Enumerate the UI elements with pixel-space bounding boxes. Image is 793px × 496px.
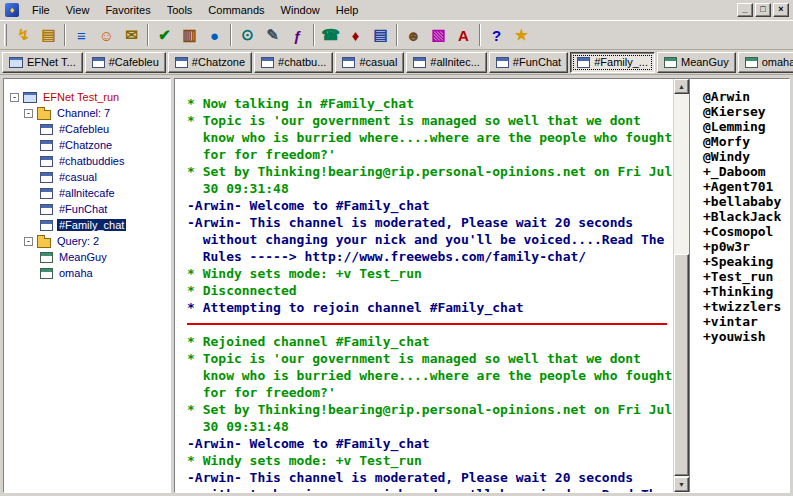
query-button[interactable]: ☺ bbox=[94, 23, 119, 47]
chat-line: without changing your nick and you'll be… bbox=[187, 231, 673, 248]
nicklist-item[interactable]: +youwish bbox=[703, 329, 787, 344]
scrollbar-thumb[interactable] bbox=[674, 254, 689, 476]
scroll-up-button[interactable]: ▲ bbox=[674, 79, 689, 94]
help-button[interactable]: ? bbox=[484, 23, 509, 47]
mirc-website-icon: ★ bbox=[515, 26, 528, 44]
remote-icon: ☎ bbox=[321, 26, 340, 44]
toolbar-separator bbox=[230, 24, 232, 46]
chat-line: know who is burried where....where are t… bbox=[187, 129, 673, 146]
toolbar: ↯▤≡☺✉✔▥●⊙✎ƒ☎♦▤☻▧A?★ bbox=[0, 20, 793, 50]
nicklist-item[interactable]: +Speaking bbox=[703, 254, 787, 269]
query-icon bbox=[40, 268, 53, 279]
font-button[interactable]: A bbox=[451, 23, 476, 47]
scroll-down-button[interactable]: ▼ bbox=[674, 477, 689, 492]
menu-item-file[interactable]: File bbox=[24, 2, 58, 19]
nicklist-item[interactable]: +Test_run bbox=[703, 269, 787, 284]
tree-group-query-2[interactable]: -Query: 2 bbox=[8, 233, 168, 249]
nicklist-item[interactable]: @Windy bbox=[703, 149, 787, 164]
aliases-button[interactable]: ♦ bbox=[343, 23, 368, 47]
channel-icon bbox=[92, 57, 105, 68]
switchbar-button-allnitec[interactable]: #allnitec... bbox=[406, 52, 487, 73]
toolbar-grip[interactable] bbox=[4, 24, 7, 46]
tree-item-casual[interactable]: #casual bbox=[8, 169, 168, 185]
scrollbar-track[interactable] bbox=[674, 94, 689, 477]
collapse-icon[interactable]: - bbox=[10, 93, 19, 102]
switchbar-label: #Family_... bbox=[594, 56, 648, 68]
address-book-button[interactable]: ▥ bbox=[177, 23, 202, 47]
tree-item-cafebleu[interactable]: #Cafebleu bbox=[8, 121, 168, 137]
menu-bar: ♦ FileViewFavoritesToolsCommandsWindowHe… bbox=[0, 0, 793, 20]
tree-item-chatzone[interactable]: #Chatzone bbox=[8, 137, 168, 153]
switchbar-button-chatzone[interactable]: #Chatzone bbox=[168, 52, 252, 73]
users-list-button[interactable]: ☻ bbox=[401, 23, 426, 47]
popups-button[interactable]: ▤ bbox=[368, 23, 393, 47]
nicklist-item[interactable]: +Agent701 bbox=[703, 179, 787, 194]
switchbar-button-efnet-t[interactable]: EFNet T... bbox=[2, 52, 83, 73]
switchbar-button-meanguy[interactable]: MeanGuy bbox=[657, 52, 736, 73]
variables-button[interactable]: ƒ bbox=[285, 23, 310, 47]
collapse-icon[interactable]: - bbox=[24, 237, 33, 246]
options-button[interactable]: ▤ bbox=[36, 23, 61, 47]
chat-messages: * Now talking in #Family_chat* Topic is … bbox=[175, 79, 673, 492]
nicklist-item[interactable]: @Kiersey bbox=[703, 104, 787, 119]
menu-item-view[interactable]: View bbox=[58, 2, 98, 19]
nicklist-item[interactable]: +vintar bbox=[703, 314, 787, 329]
tree-item-funchat[interactable]: #FunChat bbox=[8, 201, 168, 217]
restore-button[interactable]: □ bbox=[755, 3, 771, 17]
nicklist-item[interactable]: +bellababy bbox=[703, 194, 787, 209]
switchbar-button-casual[interactable]: #casual bbox=[335, 52, 404, 73]
tree-group-channel-7[interactable]: -Channel: 7 bbox=[8, 105, 168, 121]
remote-button[interactable]: ☎ bbox=[318, 23, 343, 47]
main-content: -EFNet Test_run-Channel: 7#Cafebleu#Chat… bbox=[0, 75, 793, 496]
nicklist-item[interactable]: +BlackJack bbox=[703, 209, 787, 224]
menu-item-window[interactable]: Window bbox=[273, 2, 328, 19]
colors-button[interactable]: ▧ bbox=[426, 23, 451, 47]
font-icon: A bbox=[458, 27, 469, 44]
send-file-button[interactable]: ✉ bbox=[119, 23, 144, 47]
channel-icon bbox=[40, 204, 53, 215]
switchbar-button-funchat[interactable]: #FunChat bbox=[489, 52, 568, 73]
nicklist-item[interactable]: +p0w3r bbox=[703, 239, 787, 254]
tree-item-chatbuddies[interactable]: #chatbuddies bbox=[8, 153, 168, 169]
switchbar-button-chatbu[interactable]: #chatbu... bbox=[254, 52, 333, 73]
switchbar-button-omaha[interactable]: omaha bbox=[738, 52, 793, 73]
tree-server-efnet-test-run[interactable]: -EFNet Test_run bbox=[8, 89, 168, 105]
tree-item-omaha[interactable]: omaha bbox=[8, 265, 168, 281]
chat-scrollbar[interactable]: ▲ ▼ bbox=[673, 79, 689, 492]
menu-item-commands[interactable]: Commands bbox=[200, 2, 272, 19]
close-button[interactable]: × bbox=[773, 3, 789, 17]
menu-item-tools[interactable]: Tools bbox=[159, 2, 201, 19]
nicklist-item[interactable]: @Arwin bbox=[703, 89, 787, 104]
scripts-editor-button[interactable]: ✎ bbox=[260, 23, 285, 47]
urls-list-button[interactable]: ● bbox=[202, 23, 227, 47]
menu-item-help[interactable]: Help bbox=[328, 2, 367, 19]
tree-item-meanguy-label: MeanGuy bbox=[57, 251, 109, 263]
nicklist-item[interactable]: +Cosmopol bbox=[703, 224, 787, 239]
nicklist-item[interactable]: +Thinking bbox=[703, 284, 787, 299]
chat-line: * Windy sets mode: +v Test_run bbox=[187, 452, 673, 469]
nicklist-item[interactable]: @Lemming bbox=[703, 119, 787, 134]
tree-item-allnitecafe[interactable]: #allnitecafe bbox=[8, 185, 168, 201]
aliases-icon: ♦ bbox=[352, 27, 360, 44]
mirc-website-button[interactable]: ★ bbox=[509, 23, 534, 47]
tree-item-meanguy[interactable]: MeanGuy bbox=[8, 249, 168, 265]
channels-list-button[interactable]: ≡ bbox=[69, 23, 94, 47]
nicklist-item[interactable]: @Morfy bbox=[703, 134, 787, 149]
collapse-icon[interactable]: - bbox=[24, 109, 33, 118]
connect-button[interactable]: ↯ bbox=[11, 23, 36, 47]
tree-item-family-chat[interactable]: #Family_chat bbox=[8, 217, 168, 233]
help-icon: ? bbox=[492, 27, 501, 44]
nicklist-item[interactable]: +twizzlers bbox=[703, 299, 787, 314]
minimize-button[interactable]: _ bbox=[737, 3, 753, 17]
chat-line: for for freedom?' bbox=[187, 146, 673, 163]
switchbar-button-cafebleu[interactable]: #Cafebleu bbox=[85, 52, 166, 73]
switchbar-button-family[interactable]: #Family_... bbox=[570, 52, 655, 73]
channel-icon bbox=[40, 140, 53, 151]
timers-button[interactable]: ⊙ bbox=[235, 23, 260, 47]
colors-icon: ▧ bbox=[431, 26, 445, 44]
nicklist-item[interactable]: +_Daboom bbox=[703, 164, 787, 179]
menu-item-favorites[interactable]: Favorites bbox=[97, 2, 158, 19]
app-icon[interactable]: ♦ bbox=[5, 3, 19, 17]
notify-list-button[interactable]: ✔ bbox=[152, 23, 177, 47]
switchbar-label: #Chatzone bbox=[192, 56, 245, 68]
